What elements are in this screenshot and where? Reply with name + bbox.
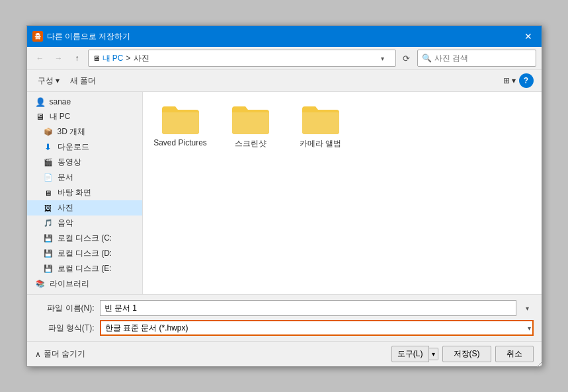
forward-button[interactable]: → [51,50,67,66]
sidebar-label-desktop: 바탕 화면 [58,187,91,198]
address-bar[interactable]: 🖥 내 PC > 사진 ▾ [88,50,396,67]
hide-folder-label: 폴더 숨기기 [44,348,85,360]
dialog-title: 다른 이름으로 저장하기 [47,31,520,42]
filetype-select-wrapper: 한글 표준 문서 (*.hwpx) 한글 문서 (*.hwp) PDF (*.p… [100,320,534,336]
file-label-saved-pictures: Saved Pictures [153,138,207,147]
sidebar-label-library: 라이브러리 [50,278,89,290]
local-c-icon: 💾 [43,233,54,244]
help-button[interactable]: ? [519,73,534,88]
file-label-camera-roll: 카메라 앨범 [300,138,341,149]
desktop-icon: 🖥 [43,188,54,198]
sidebar-item-user[interactable]: 👤 sanae [27,95,142,109]
close-button[interactable]: ✕ [520,28,536,44]
folder-icon-camera-roll [301,102,341,136]
sidebar-item-videos[interactable]: 🎬 동영상 [27,155,142,170]
tool-button-group: 도구(L) ▾ [391,346,438,362]
sidebar-item-3dobjects[interactable]: 📦 3D 개체 [27,124,142,139]
sidebar-item-downloads[interactable]: ⬇ 다운로드 [27,139,142,155]
file-item-camera-roll[interactable]: 카메라 앨범 [291,100,350,152]
up-button[interactable]: ↑ [69,50,85,66]
filetype-label: 파일 형식(T): [35,323,95,334]
filename-row: 파일 이름(N): ▾ [35,300,534,316]
local-e-icon: 💾 [43,264,54,274]
search-input[interactable] [434,54,534,63]
filename-dropdown-icon[interactable]: ▾ [522,305,534,312]
sidebar-item-desktop[interactable]: 🖥 바탕 화면 [27,185,142,200]
sidebar-item-documents[interactable]: 📄 문서 [27,170,142,185]
search-icon: 🔍 [422,54,432,63]
sidebar-label-local-c: 로컬 디스크 (C: [58,233,112,244]
search-bar[interactable]: 🔍 [417,50,536,67]
action-bar: 구성 ▾ 새 폴더 ⊞ ▾ ? [27,70,542,92]
up-icon: ↑ [75,54,79,63]
address-path: 내 PC > 사진 [102,53,378,64]
sidebar: 👤 sanae 🖥 내 PC 📦 3D 개체 ⬇ 다운로드 🎬 동영 [27,92,143,294]
organize-button[interactable]: 구성 ▾ [35,74,62,88]
forward-icon: → [55,54,63,63]
sidebar-item-photos[interactable]: 🖼 사진 [27,200,142,216]
view-icon: ⊞ ▾ [503,76,516,85]
filetype-select[interactable]: 한글 표준 문서 (*.hwpx) 한글 문서 (*.hwp) PDF (*.p… [100,320,534,336]
pc-icon: 🖥 [35,112,46,122]
file-area: Saved Pictures 스크린샷 [143,92,542,294]
svg-line-1 [540,364,542,367]
back-icon: ← [36,54,44,63]
view-controls: ⊞ ▾ ? [502,73,534,89]
3dobjects-icon: 📦 [43,127,54,137]
user-icon: 👤 [35,97,46,107]
view-toggle-button[interactable]: ⊞ ▾ [502,73,518,89]
sidebar-item-local-c[interactable]: 💾 로컬 디스크 (C: [27,231,142,246]
sidebar-label-photos: 사진 [58,202,73,214]
footer-bar: ∧ 폴더 숨기기 도구(L) ▾ 저장(S) 취소 [27,341,542,366]
videos-icon: 🎬 [43,157,54,168]
app-icon: 홈 [32,31,43,42]
sidebar-label-local-e: 로컬 디스크 (E: [58,263,112,274]
address-dropdown-icon[interactable]: ▾ [381,55,391,62]
sidebar-item-library[interactable]: 📚 라이브러리 [27,276,142,292]
sidebar-item-local-e[interactable]: 💾 로컬 디스크 (E: [27,261,142,276]
downloads-icon: ⬇ [43,142,54,153]
photos-icon: 🖼 [43,203,54,214]
sidebar-label-3dobjects: 3D 개체 [58,126,86,137]
sidebar-label-music: 음악 [58,217,73,229]
address-path-icon: 🖥 [93,54,100,62]
hide-folder-button[interactable]: ∧ 폴더 숨기기 [35,348,85,360]
filename-input[interactable] [100,300,516,316]
filename-label: 파일 이름(N): [35,303,95,314]
folder-icon-screenshots [231,102,270,136]
documents-icon: 📄 [43,173,54,183]
file-item-screenshots[interactable]: 스크린샷 [221,100,280,152]
cancel-button[interactable]: 취소 [495,346,534,362]
music-icon: 🎵 [43,218,54,229]
title-bar: 홈 다른 이름으로 저장하기 ✕ [27,26,542,47]
sidebar-item-local-d[interactable]: 💾 로컬 디스크 (D: [27,246,142,261]
address-part-1: 내 PC [102,53,124,64]
file-item-saved-pictures[interactable]: Saved Pictures [151,100,210,152]
refresh-icon: ⟳ [403,54,410,63]
back-button[interactable]: ← [32,50,48,66]
local-d-icon: 💾 [43,249,54,259]
file-label-screenshots: 스크린샷 [235,138,266,149]
save-dialog: 홈 다른 이름으로 저장하기 ✕ ← → ↑ 🖥 내 PC > 사진 [26,25,542,367]
tool-dropdown-button[interactable]: ▾ [429,348,438,360]
resize-handle[interactable] [534,359,542,367]
refresh-button[interactable]: ⟳ [399,50,415,66]
sidebar-label-documents: 문서 [58,172,73,183]
save-button[interactable]: 저장(S) [442,346,491,362]
sidebar-item-music[interactable]: 🎵 음악 [27,216,142,231]
filetype-row: 파일 형식(T): 한글 표준 문서 (*.hwpx) 한글 문서 (*.hwp… [35,320,534,336]
nav-toolbar: ← → ↑ 🖥 내 PC > 사진 ▾ ⟳ 🔍 [27,47,542,70]
sidebar-item-mypc[interactable]: 🖥 내 PC [27,109,142,124]
sidebar-label-videos: 동영상 [58,157,81,168]
bottom-section: 파일 이름(N): ▾ 파일 형식(T): 한글 표준 문서 (*.hwpx) … [27,294,542,341]
svg-line-0 [537,362,542,367]
sidebar-label-local-d: 로컬 디스크 (D: [58,248,112,259]
new-folder-button[interactable]: 새 폴더 [67,74,99,88]
chevron-up-icon: ∧ [35,350,41,359]
main-content: 👤 sanae 🖥 내 PC 📦 3D 개체 ⬇ 다운로드 🎬 동영 [27,92,542,294]
folder-icon-saved-pictures [161,102,200,136]
footer-actions: 도구(L) ▾ 저장(S) 취소 [391,346,534,362]
tool-button[interactable]: 도구(L) [391,346,429,362]
address-part-2: 사진 [134,53,149,64]
library-icon: 📚 [35,279,46,290]
